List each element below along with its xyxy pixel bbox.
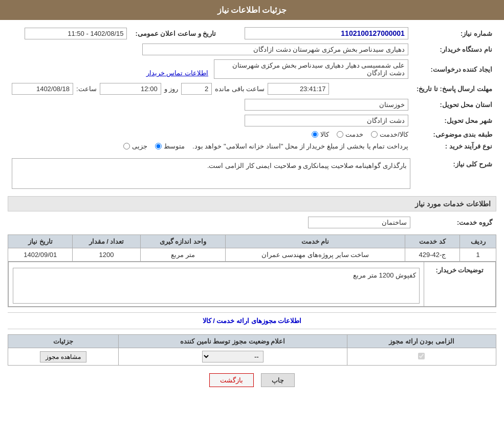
creator-value: علی شمسیسی دهیار دهیاری سیدناصر بخش مرکز… (8, 57, 412, 81)
services-section-title: اطلاعات خدمات مورد نیاز (8, 196, 496, 211)
city-row: شهر محل تحویل: دشت ازادگان (8, 113, 496, 129)
row-service-name: ساخت سایر پروژه‌های مهندسی عمران (226, 248, 405, 262)
col-quantity: تعداد / مقدار (73, 235, 140, 248)
perm-col-details: جزئیات (8, 335, 119, 348)
deadline-row: مهلت ارسال پاسخ: تا تاریخ: 23:41:17 ساعت… (8, 81, 496, 97)
col-date: تاریخ نیاز (8, 235, 73, 248)
row-quantity: 1200 (73, 248, 140, 262)
deadline-days-display: 2 (181, 83, 212, 95)
perm-col-required: الزامی بودن ارائه مجوز (347, 335, 496, 348)
row-num: 1 (460, 248, 496, 262)
description-row: شرح کلی نیاز: بارگذاری گواهینامه صلاحیت … (8, 156, 496, 191)
deadline-time-display: 12:00 (100, 83, 161, 95)
permissions-header-row: الزامی بودن ارائه مجوز اعلام وضعیت مجوز … (8, 335, 496, 348)
process-radio-group: پرداخت تمام یا بخشی از مبلغ خریدار از مح… (12, 142, 408, 150)
col-unit: واحد اندازه گیری (140, 235, 226, 248)
category-kala-radio[interactable] (312, 131, 318, 138)
row-need-date: 1402/09/01 (8, 248, 73, 262)
perm-status-cell: -- (118, 348, 347, 366)
category-kala[interactable]: کالا (312, 131, 329, 138)
buyer-value: دهیاری سیدناصر بخش مرکزی شهرستان دشت ازا… (8, 41, 412, 57)
perm-col-status: اعلام وضعیت مجوز توسط نامین کننده (118, 335, 347, 348)
services-table-body: 1 ج-42-429 ساخت سایر پروژه‌های مهندسی عم… (8, 248, 496, 307)
perm-status-select[interactable]: -- (202, 351, 264, 362)
contact-link[interactable]: اطلاعات تماس خریدار (146, 69, 208, 77)
description-label: شرح کلی نیاز: (414, 156, 496, 191)
process-medium-radio[interactable] (155, 143, 162, 150)
permissions-table-body: -- مشاهده مجوز (8, 348, 496, 366)
deadline-date-row: 23:41:17 ساعت باقی مانده 2 روز و 12:00 س… (12, 83, 408, 95)
service-group-row: گروه خدمت: ساختمان (8, 215, 496, 230)
creator-row: ایجاد کننده درخواست: علی شمسیسی دهیار ده… (8, 57, 496, 81)
notes-inner-table: توضیحات خریدار: کفپوش 1200 متر مربع (8, 262, 496, 307)
notes-cell: توضیحات خریدار: کفپوش 1200 متر مربع (8, 262, 496, 307)
permissions-table: الزامی بودن ارائه مجوز اعلام وضعیت مجوز … (8, 334, 496, 366)
view-permit-button[interactable]: مشاهده مجوز (40, 351, 86, 362)
service-group-display: ساختمان (308, 217, 410, 228)
notes-row: توضیحات خریدار: کفپوش 1200 متر مربع (8, 262, 496, 307)
province-label: استان محل تحویل: (412, 97, 496, 113)
process-medium[interactable]: متوسط (155, 142, 185, 150)
process-minor[interactable]: جزیی (123, 142, 147, 150)
print-button[interactable]: چاپ (261, 373, 295, 387)
services-table: ردیف کد خدمت نام خدمت واحد اندازه گیری ت… (8, 234, 496, 307)
services-table-head: ردیف کد خدمت نام خدمت واحد اندازه گیری ت… (8, 235, 496, 248)
province-row: استان محل تحویل: خوزستان (8, 97, 496, 113)
time-label: ساعت: (76, 85, 97, 93)
deadline-value: 23:41:17 ساعت باقی مانده 2 روز و 12:00 س… (8, 81, 412, 97)
category-khidmat-radio[interactable] (337, 131, 343, 138)
row-code: ج-42-429 (405, 248, 460, 262)
perm-required-cell (347, 348, 496, 366)
city-label: شهر محل تحویل: (412, 113, 496, 129)
city-value: دشت ازادگان (8, 113, 412, 129)
kala-khidmat-label: کالا/خدمت (380, 131, 408, 138)
kala-label: کالا (320, 131, 329, 138)
back-button[interactable]: بازگشت (209, 373, 254, 387)
need-number-value: 1102100127000001 (220, 25, 412, 41)
need-number-display: 1102100127000001 (245, 27, 408, 39)
description-value: بارگذاری گواهینامه صلاحیت پیمانکاری و صل… (8, 156, 414, 191)
buyer-notes-label: توضیحات خریدار: (424, 262, 496, 307)
category-kala-khidmat[interactable]: کالا/خدمت (371, 131, 408, 138)
province-display: خوزستان (245, 99, 408, 111)
process-minor-radio[interactable] (123, 143, 130, 150)
creator-display: علی شمسیسی دهیار دهیاری سیدناصر بخش مرکز… (214, 59, 408, 79)
permissions-section-title: اطلاعات مجوزهای ارائه خدمت / کالا (8, 312, 496, 329)
bottom-buttons: چاپ بازگشت (8, 366, 496, 395)
need-number-row: شماره نیاز: 1102100127000001 تاریخ و ساع… (8, 25, 496, 41)
deadline-remaining-display: 23:41:17 (268, 83, 329, 95)
service-group-value: ساختمان (8, 215, 414, 230)
creator-label: ایجاد کننده درخواست: (412, 57, 496, 81)
process-label: نوع فرآیند خرید : (412, 140, 496, 152)
page-header: جزئیات اطلاعات نیاز (0, 0, 504, 20)
description-display: بارگذاری گواهینامه صلاحیت پیمانکاری و صل… (12, 158, 410, 189)
buyer-display: دهیاری سیدناصر بخش مرکزی شهرستان دشت ازا… (142, 44, 408, 55)
buyer-label: نام دستگاه خریدار: (412, 41, 496, 57)
service-group-label: گروه خدمت: (414, 215, 496, 230)
announce-value: 1402/08/15 - 11:50 (8, 25, 131, 41)
service-group-table: گروه خدمت: ساختمان (8, 215, 496, 230)
table-row: -- مشاهده مجوز (8, 348, 496, 366)
description-table: شرح کلی نیاز: بارگذاری گواهینامه صلاحیت … (8, 156, 496, 191)
category-kala-khidmat-radio[interactable] (371, 131, 378, 138)
process-value: پرداخت تمام یا بخشی از مبلغ خریدار از مح… (8, 140, 412, 152)
category-row: طبقه بندی موضوعی: کالا/خدمت خدمت کالا (8, 129, 496, 140)
category-radio-group: کالا/خدمت خدمت کالا (12, 131, 408, 138)
khidmat-label: خدمت (345, 131, 363, 138)
province-value: خوزستان (8, 97, 412, 113)
info-table: شماره نیاز: 1102100127000001 تاریخ و ساع… (8, 25, 496, 152)
perm-required-checkbox (418, 353, 425, 359)
announce-display: 1402/08/15 - 11:50 (25, 28, 127, 39)
buyer-notes-display: کفپوش 1200 متر مربع (13, 268, 420, 304)
page-wrapper: جزئیات اطلاعات نیاز شماره نیاز: 11021001… (0, 0, 504, 448)
process-text-label: پرداخت تمام یا بخشی از مبلغ خریدار از مح… (192, 142, 408, 150)
perm-details-cell: مشاهده مجوز (8, 348, 119, 366)
process-text-item: پرداخت تمام یا بخشی از مبلغ خریدار از مح… (192, 142, 408, 150)
deadline-date-display: 1402/08/18 (12, 83, 73, 95)
day-label: روز و (164, 85, 179, 93)
services-header-row: ردیف کد خدمت نام خدمت واحد اندازه گیری ت… (8, 235, 496, 248)
page-title: جزئیات اطلاعات نیاز (217, 6, 287, 14)
col-row-num: ردیف (460, 235, 496, 248)
category-khidmat[interactable]: خدمت (337, 131, 363, 138)
col-name: نام خدمت (226, 235, 405, 248)
